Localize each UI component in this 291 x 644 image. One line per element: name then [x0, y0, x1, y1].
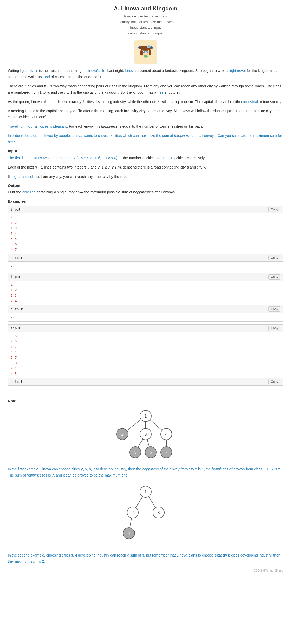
example-2-output-label: output	[11, 307, 23, 311]
svg-text:1: 1	[144, 490, 147, 494]
example-1-output-content: 7	[8, 262, 283, 270]
example-2: input Copy 4 11 21 32 4 output Copy 2	[8, 273, 283, 322]
svg-text:5: 5	[134, 450, 136, 455]
note-title: Note	[8, 399, 283, 403]
time-limit: time limit per test: 2 seconds	[8, 13, 283, 19]
example-3: input Copy 8 57 51 76 13 78 32 14 5 outp…	[8, 324, 283, 394]
svg-text:6: 6	[150, 450, 152, 455]
example-1-output-copy-button[interactable]: Copy	[268, 255, 280, 260]
example-3-output-copy-button[interactable]: Copy	[268, 379, 280, 384]
example-1-input-label: input	[11, 208, 21, 211]
svg-rect-10	[149, 50, 151, 55]
svg-point-7	[147, 51, 147, 52]
tree-diagram-1: 1 2 3 4 5 6 7	[107, 406, 184, 463]
problem-paragraph-6: In order to be a queen loved by people, …	[8, 133, 283, 145]
example-1-input-content: 7 41 21 31 43 53 64 7	[8, 213, 283, 254]
example-1-output-header: output Copy	[8, 254, 283, 262]
problem-paragraph-4: A meeting is held in the capital once a …	[8, 108, 283, 120]
example-3-output-header: output Copy	[8, 378, 283, 386]
example-3-input-copy-button[interactable]: Copy	[268, 326, 280, 331]
input-text-2: Each of the next n − 1 lines contains tw…	[8, 164, 283, 171]
example-2-output-content: 2	[8, 313, 283, 321]
memory-limit: memory limit per test: 256 megabytes	[8, 19, 283, 25]
svg-rect-9	[140, 50, 143, 55]
example-1-input-header: input Copy	[8, 206, 283, 213]
example-1-output-label: output	[11, 256, 23, 260]
example-2-output-copy-button[interactable]: Copy	[268, 306, 280, 312]
examples-title: Examples	[8, 199, 283, 203]
svg-text:3: 3	[144, 432, 147, 436]
svg-text:4: 4	[128, 531, 130, 536]
example-2-input-content: 4 11 21 32 4	[8, 281, 283, 305]
watermark: CSDN @Turing_Sheep	[8, 569, 283, 572]
example-1: input Copy 7 41 21 31 43 53 64 7 output …	[8, 206, 283, 270]
input-text-3: It is guaranteed that from any city, you…	[8, 174, 283, 180]
example-3-output-label: output	[11, 380, 23, 384]
svg-text:1: 1	[144, 414, 147, 418]
problem-image	[134, 40, 157, 64]
example-2-input-label: input	[11, 275, 21, 279]
input-section-title: Input	[8, 149, 283, 153]
problem-paragraph-3: As the queen, Linova plans to choose exa…	[8, 99, 283, 105]
output-section-title: Output	[8, 183, 283, 188]
example-1-input-copy-button[interactable]: Copy	[268, 207, 280, 212]
note-text-2: In the second example, choosing cities 3…	[8, 552, 283, 565]
example-2-output-header: output Copy	[8, 305, 283, 313]
input-type: input: standard input	[8, 25, 283, 31]
svg-text:7: 7	[165, 450, 167, 455]
tree-diagram-2: 1 2 3 4	[115, 481, 177, 549]
example-3-output-content: 9	[8, 386, 283, 394]
problem-meta: time limit per test: 2 seconds memory li…	[8, 13, 283, 36]
input-text-1: The first line contains two integers n a…	[8, 155, 283, 161]
problem-paragraph-1: Writing light novels is the most importa…	[8, 68, 283, 80]
svg-text:2: 2	[131, 510, 134, 515]
note-text-1: In the first example, Linova can choose …	[8, 466, 283, 479]
example-2-input-copy-button[interactable]: Copy	[268, 274, 280, 280]
example-2-input-header: input Copy	[8, 273, 283, 281]
svg-text:4: 4	[165, 432, 167, 436]
problem-title: A. Linova and Kingdom	[8, 5, 283, 12]
svg-point-13	[144, 55, 148, 58]
output-type: output: standard output	[8, 31, 283, 36]
problem-paragraph-5: Traveling in tourism cities is pleasant.…	[8, 123, 283, 130]
problem-paragraph-2: There are n cities and n − 1 two-way roa…	[8, 83, 283, 96]
example-3-input-header: input Copy	[8, 325, 283, 332]
svg-point-6	[143, 51, 144, 52]
svg-point-12	[148, 46, 150, 47]
output-text: Print the only line containing a single …	[8, 189, 283, 195]
example-3-input-label: input	[11, 326, 21, 330]
example-3-input-content: 8 57 51 76 13 78 32 14 5	[8, 332, 283, 378]
svg-text:2: 2	[121, 432, 123, 436]
svg-text:3: 3	[157, 510, 160, 515]
